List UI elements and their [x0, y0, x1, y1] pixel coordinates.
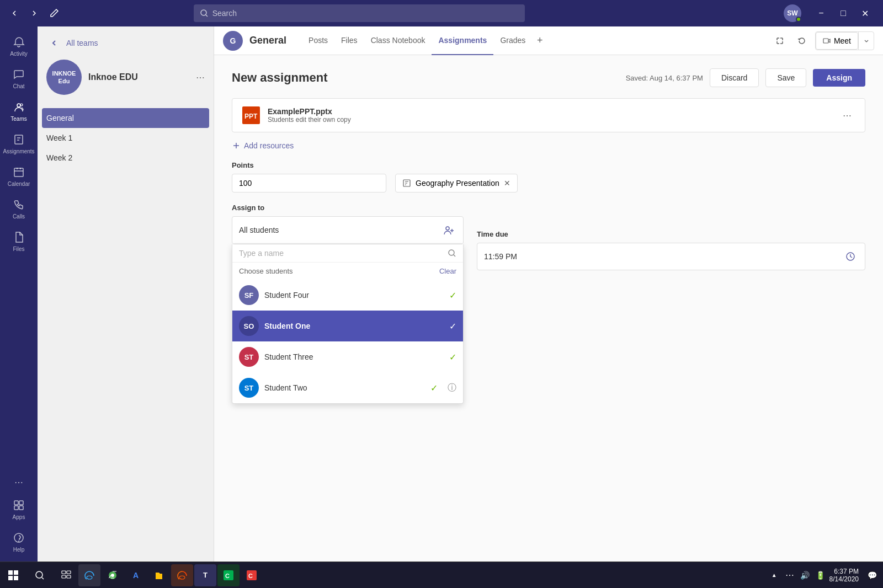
svg-point-27	[87, 576, 92, 579]
title-bar-right: SW − □ ✕	[784, 4, 876, 22]
points-input[interactable]	[232, 174, 386, 193]
sidebar-item-activity[interactable]: Activity	[3, 31, 34, 61]
search-bar[interactable]	[194, 4, 525, 22]
file-name: ExamplePPT.pptx	[268, 107, 838, 116]
rubric-close-button[interactable]: ✕	[504, 179, 510, 188]
tab-assignments[interactable]: Assignments	[432, 26, 493, 55]
user-avatar[interactable]: SW	[784, 4, 801, 22]
channel-item-general[interactable]: General	[42, 108, 209, 128]
help-label: Help	[13, 547, 25, 553]
sidebar-item-teams[interactable]: Teams	[3, 96, 34, 126]
student-search-input[interactable]	[239, 249, 443, 258]
more-button[interactable]: ⋯	[10, 473, 28, 492]
taskbar-files[interactable]	[148, 564, 170, 586]
sidebar-item-help[interactable]: Help	[3, 527, 34, 557]
start-button[interactable]	[0, 562, 26, 589]
app-container: SW − □ ✕ Activity Chat	[0, 0, 883, 562]
expand-button[interactable]	[771, 32, 789, 50]
bell-icon	[12, 35, 25, 49]
taskbar-icons: A T C C	[55, 564, 263, 586]
time-picker-icon[interactable]	[843, 249, 858, 264]
channel-icon: G	[223, 31, 243, 51]
sidebar-item-apps[interactable]: Apps	[3, 494, 34, 525]
sidebar-item-assignments[interactable]: Assignments	[3, 129, 34, 159]
taskbar-app3[interactable]: A	[125, 564, 147, 586]
sidebar-item-files[interactable]: Files	[3, 226, 34, 256]
taskbar-network[interactable]: ⋯	[783, 569, 796, 582]
tab-grades[interactable]: Grades	[493, 26, 532, 55]
taskbar-chevron[interactable]: ▲	[768, 569, 781, 582]
student-four-avatar: SF	[239, 285, 259, 305]
chat-icon	[12, 68, 25, 81]
student-two-info-icon[interactable]: ⓘ	[448, 382, 456, 394]
dropdown-search	[232, 244, 463, 263]
taskbar-right: ▲ ⋯ 🔊 🔋 6:37 PM 8/14/2020 💬	[768, 568, 883, 583]
student-item-two[interactable]: ST Student Two ✓ ⓘ	[232, 372, 463, 403]
edit-icon[interactable]	[46, 6, 62, 21]
student-three-check: ✓	[449, 352, 456, 362]
taskbar-edge2[interactable]	[171, 564, 193, 586]
assignment-title: New assignment	[232, 71, 328, 85]
search-input[interactable]	[212, 9, 518, 18]
team-channels: General Week 1 Week 2	[38, 108, 214, 562]
taskbar-teams-app[interactable]: T	[194, 564, 216, 586]
student-item-four[interactable]: SF Student Four ✓	[232, 280, 463, 311]
add-resources-button[interactable]: Add resources	[232, 141, 865, 150]
taskbar-time[interactable]: 6:37 PM 8/14/2020	[829, 568, 863, 583]
svg-point-16	[449, 250, 454, 255]
meet-button[interactable]: Meet	[816, 32, 858, 50]
add-student-icon[interactable]	[441, 222, 456, 238]
taskbar-app-green[interactable]: C	[217, 564, 240, 586]
back-to-teams-button[interactable]	[46, 35, 62, 51]
team-more-button[interactable]: ⋯	[196, 72, 205, 83]
tab-files[interactable]: Files	[334, 26, 364, 55]
save-button[interactable]: Save	[765, 68, 806, 87]
student-item-one[interactable]: SO Student One ✓	[232, 311, 463, 341]
channel-item-week2[interactable]: Week 2	[38, 148, 214, 168]
forward-button[interactable]	[26, 6, 42, 21]
student-item-three[interactable]: ST Student Three ✓	[232, 341, 463, 372]
sidebar-item-calendar[interactable]: Calendar	[3, 161, 34, 191]
student-one-name: Student One	[264, 322, 444, 330]
sidebar-item-calls[interactable]: Calls	[3, 194, 34, 224]
taskbar-search[interactable]	[26, 562, 53, 589]
channel-item-week1[interactable]: Week 1	[38, 128, 214, 148]
clear-button[interactable]: Clear	[439, 267, 456, 275]
taskbar-app-red[interactable]: C	[241, 564, 263, 586]
add-tab-button[interactable]: +	[532, 33, 547, 49]
team-avatar: INKNOEEdu	[46, 60, 82, 95]
assignments-sidebar-label: Assignments	[3, 148, 34, 154]
svg-point-0	[201, 10, 206, 15]
tab-posts[interactable]: Posts	[302, 26, 334, 55]
student-four-check: ✓	[449, 290, 456, 301]
calendar-label: Calendar	[8, 181, 30, 187]
minimize-button[interactable]: −	[810, 4, 832, 22]
taskbar-speaker[interactable]: 🔊	[799, 569, 812, 582]
team-name: Inknoe EDU	[88, 72, 196, 82]
file-more-button[interactable]: ⋯	[838, 106, 856, 124]
all-teams-link[interactable]: All teams	[66, 39, 98, 47]
maximize-button[interactable]: □	[832, 4, 854, 22]
sidebar-item-chat[interactable]: Chat	[3, 63, 34, 94]
back-button[interactable]	[7, 6, 22, 21]
tab-classnotebook[interactable]: Class Notebook	[364, 26, 432, 55]
dropdown-header: Choose students Clear	[232, 263, 463, 280]
channel-tabs: Posts Files Class Notebook Assignments G…	[302, 26, 547, 55]
calls-icon	[12, 198, 25, 211]
svg-rect-24	[67, 571, 71, 574]
taskbar-task-view[interactable]	[55, 564, 77, 586]
notification-area[interactable]: 💬	[865, 569, 879, 582]
svg-rect-20	[8, 576, 13, 580]
taskbar: A T C C ▲ ⋯ 🔊 🔋 6:37 PM 8/14/2020 💬	[0, 562, 883, 588]
svg-point-15	[446, 227, 449, 230]
assign-button[interactable]: Assign	[813, 69, 865, 87]
svg-point-1	[17, 104, 20, 107]
assign-to-field: All students	[232, 216, 464, 244]
taskbar-battery[interactable]: 🔋	[814, 569, 827, 582]
close-button[interactable]: ✕	[854, 4, 876, 22]
meet-dropdown-button[interactable]	[858, 32, 874, 50]
discard-button[interactable]: Discard	[710, 68, 759, 87]
taskbar-edge[interactable]	[78, 564, 100, 586]
taskbar-chrome[interactable]	[102, 564, 124, 586]
refresh-button[interactable]	[793, 32, 811, 50]
